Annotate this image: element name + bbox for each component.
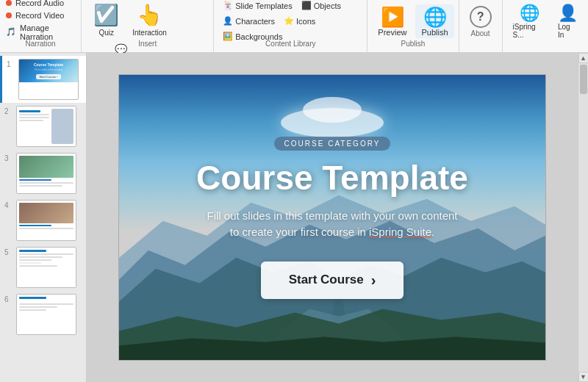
about-section: ? About xyxy=(459,0,503,52)
slide-item-5[interactable]: 5 xyxy=(0,244,86,291)
icons-button[interactable]: ⭐ Icons xyxy=(281,15,318,27)
login-section: 🌐 iSpring S... 👤 Log In xyxy=(503,0,588,52)
narration-section: Record Audio Record Video 🎵 Manage Narra… xyxy=(0,0,82,52)
scroll-up-arrow[interactable]: ▲ xyxy=(578,53,589,63)
subtitle-end: . xyxy=(431,226,434,238)
slide-number-4: 4 xyxy=(4,200,13,209)
scroll-track xyxy=(578,63,588,372)
publish-section-label: Publish xyxy=(368,40,458,48)
slide-item-4[interactable]: 4 xyxy=(0,197,86,244)
preview-icon: ▶️ xyxy=(381,7,404,26)
manage-narration-icon: 🎵 xyxy=(6,27,16,37)
objects-icon: ⬛ xyxy=(301,1,312,10)
start-course-button[interactable]: Start Course › xyxy=(261,262,404,299)
ispring-suite-button[interactable]: 🌐 iSpring S... xyxy=(507,2,552,40)
record-audio-button[interactable]: Record Audio xyxy=(6,0,74,8)
slide-item-3[interactable]: 3 xyxy=(0,150,86,197)
slide-canvas: COURSE CATEGORY Course Template Fill out… xyxy=(118,74,546,361)
start-course-label: Start Course xyxy=(289,273,364,287)
slide-panel: 1 Course Template Fill out slides in thi… xyxy=(0,53,87,382)
slide-subtitle: Fill out slides in this template with yo… xyxy=(207,208,458,241)
about-icon: ? xyxy=(470,6,492,28)
toolbar: Record Audio Record Video 🎵 Manage Narra… xyxy=(0,0,588,53)
slide-item-6[interactable]: 6 xyxy=(0,291,86,338)
ispring-icon: 🌐 xyxy=(520,5,539,21)
slide-templates-icon: 🃏 xyxy=(223,1,233,10)
slide-thumb-3 xyxy=(16,153,76,194)
manage-narration-button[interactable]: 🎵 Manage Narration xyxy=(6,23,74,42)
slide-content: COURSE CATEGORY Course Template Fill out… xyxy=(119,75,545,360)
publish-icon: 🌐 xyxy=(423,7,447,26)
scrollbar-right: ▲ ▼ xyxy=(578,53,588,382)
slide-item-2[interactable]: 2 xyxy=(0,103,86,150)
record-audio-icon xyxy=(6,0,12,6)
publish-button[interactable]: 🌐 Publish xyxy=(415,4,453,38)
login-icon: 👤 xyxy=(558,5,578,21)
insert-section-label: Insert xyxy=(82,40,213,48)
main-area: 1 Course Template Fill out slides in thi… xyxy=(0,53,588,382)
insert-section: ☑️ Quiz 👆 Interaction 💬 Dialog Simulatio… xyxy=(82,0,214,52)
slide-thumb-2 xyxy=(16,106,76,147)
interaction-icon: 👆 xyxy=(137,3,162,27)
quiz-button[interactable]: ☑️ Quiz xyxy=(87,0,125,40)
quiz-icon: ☑️ xyxy=(93,3,119,27)
narration-section-label: Narration xyxy=(0,40,81,48)
characters-icon: 👤 xyxy=(223,16,233,26)
record-video-icon xyxy=(6,12,12,18)
preview-button[interactable]: ▶️ Preview xyxy=(372,4,412,38)
slide-thumb-6 xyxy=(16,294,76,335)
subtitle-line2: to create your first course in xyxy=(230,226,366,238)
objects-button[interactable]: ⬛ Objects xyxy=(298,0,344,12)
slide-number-6: 6 xyxy=(4,294,13,303)
start-course-arrow: › xyxy=(371,272,376,289)
record-video-button[interactable]: Record Video xyxy=(6,10,74,21)
content-library-section: 🃏 Slide Templates ⬛ Objects 👤 Characters… xyxy=(214,0,368,52)
about-button[interactable]: ? About xyxy=(464,3,498,39)
slide-number-5: 5 xyxy=(4,247,13,256)
slide-number-1: 1 xyxy=(7,59,15,68)
interaction-button[interactable]: 👆 Interaction xyxy=(126,0,173,40)
content-library-section-label: Content Library xyxy=(214,40,367,48)
subtitle-link: iSpring Suite xyxy=(369,226,431,238)
scroll-down-arrow[interactable]: ▼ xyxy=(578,372,589,382)
scroll-thumb[interactable] xyxy=(580,65,587,94)
slide-title: Course Template xyxy=(196,158,468,198)
slide-number-2: 2 xyxy=(4,106,13,115)
slide-thumb-1: Course Template Fill out slides in this … xyxy=(18,59,79,100)
characters-button[interactable]: 👤 Characters xyxy=(220,15,278,27)
slide-thumb-4 xyxy=(16,200,76,241)
preview-publish-section: ▶️ Preview 🌐 Publish Publish xyxy=(368,0,459,52)
canvas-area: COURSE CATEGORY Course Template Fill out… xyxy=(87,53,578,382)
category-badge: COURSE CATEGORY xyxy=(274,137,391,151)
slide-thumb-5 xyxy=(16,247,76,288)
slide-item-1[interactable]: 1 Course Template Fill out slides in thi… xyxy=(0,56,86,103)
login-button[interactable]: 👤 Log In xyxy=(552,2,584,40)
about-label: About xyxy=(470,29,490,37)
slide-templates-button[interactable]: 🃏 Slide Templates xyxy=(220,0,295,12)
subtitle-line1: Fill out slides in this template with yo… xyxy=(207,209,458,222)
slide-number-3: 3 xyxy=(4,153,13,162)
icons-icon: ⭐ xyxy=(284,16,294,26)
